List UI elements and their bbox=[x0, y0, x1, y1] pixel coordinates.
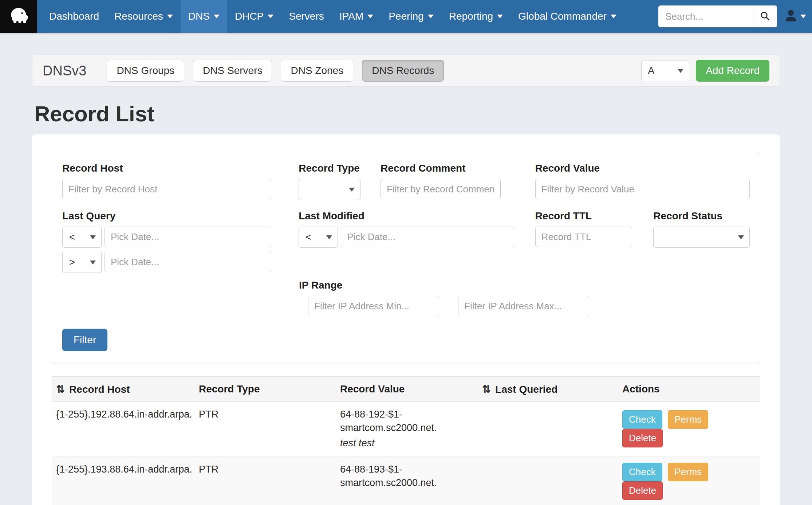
sort-icon: ⇅ bbox=[56, 383, 65, 395]
record-ttl-input[interactable] bbox=[535, 227, 632, 247]
nav-label: Servers bbox=[289, 11, 324, 22]
record-type-select[interactable]: A bbox=[641, 60, 689, 81]
table-row: {1-255}.192.88.64.in-addr.arpa. PTR 64-8… bbox=[52, 402, 760, 457]
record-value-text: 64-88-193-$1-smartcom.sc2000.net. bbox=[340, 463, 462, 490]
column-header-last-queried[interactable]: ⇅ Last Queried bbox=[478, 377, 618, 402]
mammoth-logo-icon bbox=[7, 4, 30, 28]
comparator-value: > bbox=[69, 257, 75, 268]
tab-dns-servers[interactable]: DNS Servers bbox=[193, 60, 272, 82]
record-type-cell: PTR bbox=[194, 457, 336, 505]
caret-down-icon bbox=[214, 15, 220, 18]
nav-item-reporting[interactable]: Reporting bbox=[441, 0, 511, 33]
record-status-label: Record Status bbox=[653, 210, 750, 222]
nav-label: DHCP bbox=[235, 11, 264, 22]
perms-button[interactable]: Perms bbox=[668, 410, 708, 429]
filter-field-ip-range: IP Range bbox=[299, 279, 750, 316]
user-icon bbox=[784, 9, 797, 24]
perms-button[interactable]: Perms bbox=[668, 463, 708, 481]
caret-down-icon bbox=[90, 235, 96, 239]
nav-item-dns[interactable]: DNS bbox=[181, 0, 227, 33]
record-comment-input[interactable] bbox=[381, 179, 501, 199]
main-nav: Dashboard Resources DNS DHCP Servers IPA… bbox=[42, 0, 624, 33]
record-host-cell: {1-255}.192.88.64.in-addr.arpa. bbox=[52, 402, 194, 457]
ip-range-label: IP Range bbox=[299, 279, 750, 291]
caret-down-icon bbox=[738, 235, 744, 239]
record-type-selected-value: A bbox=[648, 65, 654, 77]
record-type-filter-select[interactable] bbox=[299, 179, 360, 200]
nav-label: Resources bbox=[114, 11, 163, 22]
nav-label: Dashboard bbox=[49, 11, 99, 22]
column-header-label: Last Queried bbox=[495, 384, 557, 395]
tab-dns-zones[interactable]: DNS Zones bbox=[281, 60, 353, 82]
nav-item-global-commander[interactable]: Global Commander bbox=[511, 0, 624, 33]
tab-dns-groups[interactable]: DNS Groups bbox=[107, 60, 184, 82]
check-button[interactable]: Check bbox=[622, 463, 662, 481]
add-record-button[interactable]: Add Record bbox=[696, 60, 769, 82]
actions-cell: Check Perms Delete bbox=[618, 457, 760, 505]
search-group bbox=[658, 5, 777, 27]
nav-item-dashboard[interactable]: Dashboard bbox=[42, 0, 107, 33]
user-menu[interactable] bbox=[784, 9, 806, 24]
record-value-cell: 64-88-192-$1-smartcom.sc2000.net. test t… bbox=[336, 402, 478, 457]
ip-address-max-input[interactable] bbox=[458, 296, 589, 316]
nav-item-servers[interactable]: Servers bbox=[281, 0, 331, 33]
record-host-input[interactable] bbox=[62, 179, 271, 199]
caret-down-icon bbox=[268, 15, 273, 18]
caret-down-icon bbox=[367, 15, 373, 18]
last-queried-cell bbox=[478, 457, 618, 505]
record-status-select[interactable] bbox=[653, 227, 750, 248]
filter-field-record-type: Record Type bbox=[299, 163, 360, 200]
nav-label: Reporting bbox=[449, 11, 493, 22]
nav-label: Global Commander bbox=[518, 11, 607, 22]
caret-down-icon bbox=[678, 69, 683, 73]
table-row: {1-255}.193.88.64.in-addr.arpa. PTR 64-8… bbox=[52, 457, 760, 505]
column-header-label: Actions bbox=[622, 383, 660, 395]
filter-field-record-value: Record Value bbox=[535, 163, 750, 200]
filter-button[interactable]: Filter bbox=[62, 329, 107, 351]
caret-down-icon bbox=[90, 261, 96, 265]
search-input[interactable] bbox=[658, 5, 753, 27]
record-value-input[interactable] bbox=[535, 179, 750, 199]
last-query-after-date-input[interactable] bbox=[105, 252, 271, 272]
caret-down-icon bbox=[167, 15, 173, 18]
last-query-before-date-input[interactable] bbox=[105, 227, 271, 247]
tab-dns-records[interactable]: DNS Records bbox=[362, 60, 444, 82]
column-header-label: Record Type bbox=[199, 383, 260, 395]
last-query-gt-select[interactable]: > bbox=[62, 252, 102, 273]
comparator-value: < bbox=[69, 232, 75, 243]
nav-label: DNS bbox=[188, 11, 210, 22]
filter-panel: Record Host Record Type Record Comment R… bbox=[52, 153, 760, 364]
nav-item-ipam[interactable]: IPAM bbox=[332, 0, 381, 33]
filter-field-record-ttl: Record TTL bbox=[535, 210, 632, 273]
dns-toolbar: DNSv3 DNS Groups DNS Servers DNS Zones D… bbox=[32, 55, 780, 87]
delete-button[interactable]: Delete bbox=[622, 481, 663, 500]
column-header-label: Record Value bbox=[340, 383, 405, 395]
comparator-value: < bbox=[306, 232, 311, 243]
record-value-cell: 64-88-193-$1-smartcom.sc2000.net. bbox=[336, 457, 478, 505]
top-navbar: Dashboard Resources DNS DHCP Servers IPA… bbox=[0, 0, 812, 33]
column-header-label: Record Host bbox=[69, 384, 130, 395]
caret-down-icon bbox=[349, 188, 355, 192]
column-header-record-type: Record Type bbox=[194, 377, 336, 402]
caret-down-icon bbox=[428, 15, 434, 18]
check-button[interactable]: Check bbox=[622, 410, 662, 429]
nav-item-peering[interactable]: Peering bbox=[381, 0, 441, 33]
page-title: Record List bbox=[34, 101, 780, 126]
last-modified-date-input[interactable] bbox=[341, 227, 514, 247]
app-logo[interactable] bbox=[0, 0, 37, 33]
nav-item-dhcp[interactable]: DHCP bbox=[227, 0, 281, 33]
last-modified-label: Last Modified bbox=[299, 210, 514, 222]
table-header-row: ⇅ Record Host Record Type Record Value ⇅… bbox=[52, 377, 760, 402]
nav-label: Peering bbox=[389, 11, 424, 22]
ip-address-min-input[interactable] bbox=[308, 296, 439, 316]
record-value-text: 64-88-192-$1-smartcom.sc2000.net. bbox=[340, 408, 462, 435]
column-header-record-host[interactable]: ⇅ Record Host bbox=[52, 377, 194, 402]
search-button[interactable] bbox=[753, 5, 777, 27]
caret-down-icon bbox=[800, 15, 806, 18]
last-query-lt-select[interactable]: < bbox=[62, 227, 102, 248]
record-ttl-label: Record TTL bbox=[535, 210, 632, 222]
nav-item-resources[interactable]: Resources bbox=[107, 0, 181, 33]
delete-button[interactable]: Delete bbox=[622, 429, 663, 447]
last-modified-lt-select[interactable]: < bbox=[299, 227, 338, 248]
nav-label: IPAM bbox=[339, 11, 363, 22]
